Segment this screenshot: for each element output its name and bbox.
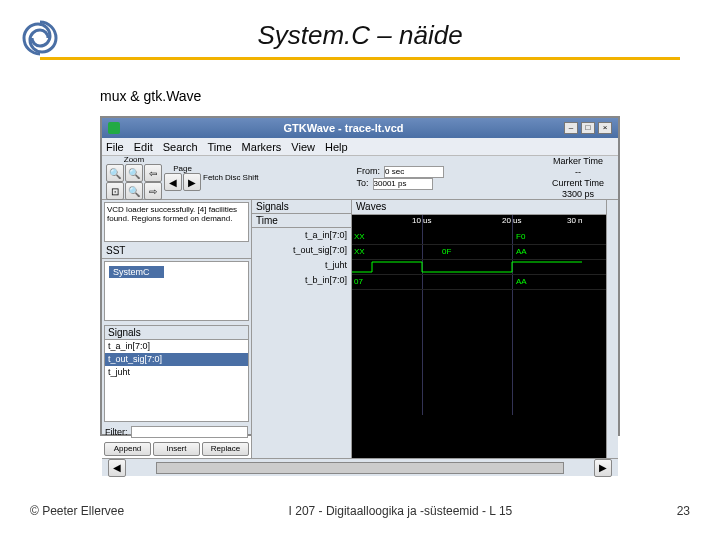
zoom-full-button[interactable]: 🔍	[125, 182, 143, 200]
list-item[interactable]: t_a_in[7:0]	[105, 340, 248, 353]
signals-col-header: Signals	[252, 200, 351, 214]
menu-edit[interactable]: Edit	[134, 141, 153, 153]
title-rule	[40, 57, 680, 60]
replace-button[interactable]: Replace	[202, 442, 249, 456]
digital-wave	[352, 260, 606, 275]
menu-file[interactable]: File	[106, 141, 124, 153]
time-ruler: 10 us 20 us 30 n	[352, 215, 606, 230]
slide-footer: © Peeter Ellervee I 207 - Digitaalloogik…	[0, 504, 720, 518]
signals-list[interactable]: Signals t_a_in[7:0] t_out_sig[7:0] t_juh…	[104, 325, 249, 422]
scroll-left-button[interactable]: ◀	[108, 459, 126, 477]
filter-input[interactable]	[131, 426, 249, 438]
disc-label: Disc	[225, 173, 241, 182]
window-title: GTKWave - trace-lt.vcd	[126, 122, 561, 134]
waveform-signal-names: Signals Time t_a_in[7:0] t_out_sig[7:0] …	[252, 200, 352, 458]
menu-time[interactable]: Time	[208, 141, 232, 153]
sst-label: SST	[102, 244, 251, 259]
fetch-label: Fetch	[203, 173, 223, 182]
hierarchy-tree[interactable]: SystemC	[104, 261, 249, 321]
filter-row: Filter:	[102, 424, 251, 440]
page-number: 23	[677, 504, 690, 518]
status-bar: ◀ ▶	[102, 458, 618, 476]
list-item[interactable]: t_juht	[105, 366, 248, 379]
from-input[interactable]	[384, 166, 444, 178]
table-row[interactable]: t_out_sig[7:0]	[252, 243, 351, 258]
slide-title: System.C – näide	[0, 0, 720, 51]
menu-search[interactable]: Search	[163, 141, 198, 153]
tree-item[interactable]: SystemC	[109, 266, 164, 278]
app-icon	[108, 122, 120, 134]
waveform-canvas[interactable]: Waves 10 us 20 us 30 n XX F0 XX 0F AA	[352, 200, 606, 458]
zoom-in-button[interactable]: 🔍	[106, 164, 124, 182]
copyright: © Peeter Ellervee	[30, 504, 124, 518]
menu-view[interactable]: View	[291, 141, 315, 153]
current-time-value: 3300 ps	[542, 189, 614, 200]
insert-button[interactable]: Insert	[153, 442, 200, 456]
slide-subtitle: mux & gtk.Wave	[100, 88, 720, 104]
marker-time-value: --	[542, 167, 614, 178]
slide-logo	[18, 18, 62, 58]
table-row[interactable]: t_a_in[7:0]	[252, 228, 351, 243]
vertical-scrollbar[interactable]	[606, 200, 618, 458]
time-col-header: Time	[252, 214, 351, 228]
message-box: VCD loader successfully. [4] facilities …	[104, 202, 249, 242]
window-titlebar[interactable]: GTKWave - trace-lt.vcd – □ ×	[102, 118, 618, 138]
signals-header: Signals	[105, 326, 248, 340]
zoom-label: Zoom	[124, 155, 144, 164]
menu-markers[interactable]: Markers	[242, 141, 282, 153]
gtkwave-window: GTKWave - trace-lt.vcd – □ × File Edit S…	[100, 116, 620, 436]
close-button[interactable]: ×	[598, 122, 612, 134]
page-label: Page	[173, 164, 192, 173]
maximize-button[interactable]: □	[581, 122, 595, 134]
toolbar: Zoom 🔍 🔍 ⇦ ⊡ 🔍 ⇨ Page ◀▶ Fetch Disc Shif…	[102, 156, 618, 200]
menu-help[interactable]: Help	[325, 141, 348, 153]
menubar: File Edit Search Time Markers View Help	[102, 138, 618, 156]
to-input[interactable]	[373, 178, 433, 190]
horizontal-scrollbar[interactable]	[156, 462, 564, 474]
current-time-label: Current Time	[542, 178, 614, 189]
table-row[interactable]: t_juht	[252, 258, 351, 273]
course-info: I 207 - Digitaalloogika ja -süsteemid - …	[289, 504, 513, 518]
zoom-fit-button[interactable]: ⊡	[106, 182, 124, 200]
zoom-fwd-button[interactable]: ⇨	[144, 182, 162, 200]
page-left-button[interactable]: ◀	[164, 173, 182, 191]
waves-header: Waves	[352, 200, 606, 215]
zoom-back-button[interactable]: ⇦	[144, 164, 162, 182]
table-row[interactable]: t_b_in[7:0]	[252, 273, 351, 288]
marker-time-label: Marker Time	[542, 156, 614, 167]
scroll-right-button[interactable]: ▶	[594, 459, 612, 477]
filter-label: Filter:	[105, 427, 128, 437]
minimize-button[interactable]: –	[564, 122, 578, 134]
to-label: To:	[357, 178, 369, 189]
page-right-button[interactable]: ▶	[183, 173, 201, 191]
zoom-out-button[interactable]: 🔍	[125, 164, 143, 182]
list-item[interactable]: t_out_sig[7:0]	[105, 353, 248, 366]
append-button[interactable]: Append	[104, 442, 151, 456]
from-label: From:	[357, 166, 381, 177]
shift-label: Shift	[243, 173, 259, 182]
